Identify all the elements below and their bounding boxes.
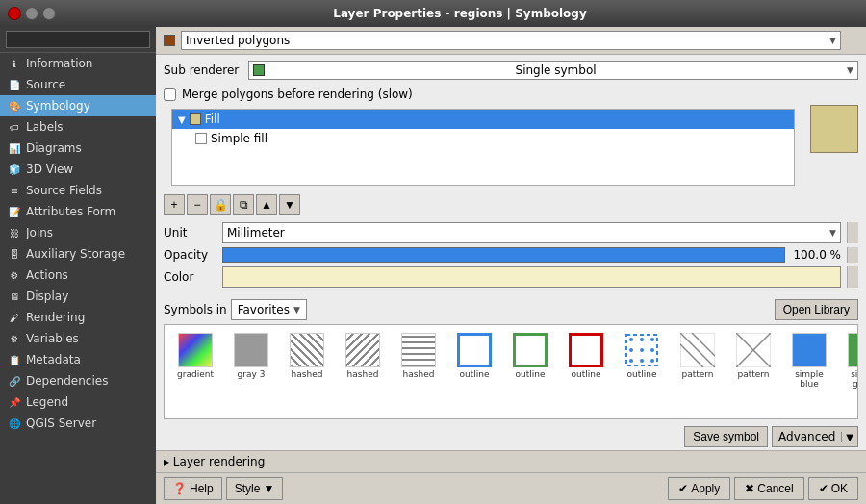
symbol-item-simple-blue[interactable]: simple blue (782, 329, 836, 391)
tree-item-fill[interactable]: ▼ Fill (172, 110, 794, 129)
symbols-label-row: Symbols in Favorites ▼ (164, 299, 307, 320)
sidebar-item-information[interactable]: ℹ Information (0, 53, 156, 74)
symbol-thumb-gradient (176, 331, 215, 369)
search-input[interactable] (6, 31, 150, 48)
sub-renderer-dropdown[interactable]: Single symbol ▼ (248, 61, 858, 80)
duplicate-layer-button[interactable]: ⧉ (233, 194, 254, 215)
sidebar-item-rendering[interactable]: 🖌 Rendering (0, 307, 156, 328)
symbol-item-gradient[interactable]: gradient (168, 329, 222, 391)
sidebar-item-source-fields[interactable]: ≡ Source Fields (0, 180, 156, 201)
symbol-item-gray3[interactable]: gray 3 (224, 329, 278, 391)
symbol-item-outline4[interactable]: outline (615, 329, 669, 391)
sidebar-item-attributes-form[interactable]: 📝 Attributes Form (0, 201, 156, 222)
open-library-button[interactable]: Open Library (775, 299, 858, 320)
move-down-button[interactable]: ▼ (279, 194, 300, 215)
symbol-item-pattern1[interactable]: pattern (671, 329, 725, 391)
simple-green-thumb (848, 333, 858, 367)
sidebar-label-legend: Legend (26, 395, 68, 409)
symbol-item-hashed3[interactable]: hashed (392, 329, 446, 391)
unit-scrollbar (847, 222, 858, 243)
symbol-name-outline1: outline (460, 369, 490, 379)
sidebar-item-3d-view[interactable]: 🧊 3D View (0, 159, 156, 180)
style-button[interactable]: Style ▼ (226, 477, 284, 500)
lock-layer-button[interactable]: 🔒 (210, 194, 231, 215)
layer-rendering-label: ▸ Layer rendering (164, 455, 265, 468)
move-up-button[interactable]: ▲ (256, 194, 277, 215)
color-row: Color (164, 266, 858, 288)
sidebar-item-variables[interactable]: ⚙ Variables (0, 328, 156, 349)
apply-checkmark-icon: ✔ (678, 482, 688, 495)
style-label: Style (235, 482, 261, 495)
svg-point-5 (640, 348, 644, 352)
sidebar-item-diagrams[interactable]: 📊 Diagrams (0, 138, 156, 159)
sub-renderer-label: Sub renderer (164, 63, 241, 77)
symbol-item-outline3[interactable]: outline (559, 329, 613, 391)
symbol-item-hashed2[interactable]: hashed (336, 329, 390, 391)
sidebar-item-display[interactable]: 🖥 Display (0, 286, 156, 307)
symbols-grid: gradient gray 3 hashed (165, 325, 858, 394)
tree-item-simple-fill[interactable]: Simple fill (172, 129, 794, 148)
symbol-item-outline1[interactable]: outline (447, 329, 501, 391)
sub-renderer-value: Single symbol (516, 63, 597, 77)
ok-button[interactable]: ✔ OK (808, 477, 858, 500)
symbol-preview (810, 105, 858, 153)
advanced-dropdown-arrow[interactable]: ▼ (841, 432, 857, 442)
rendering-icon: 🖌 (8, 311, 21, 324)
symbol-item-hashed1[interactable]: hashed (280, 329, 334, 391)
sidebar-label-attributes-form: Attributes Form (26, 205, 115, 218)
symbol-item-simple-green[interactable]: simple green (838, 329, 858, 391)
sidebar: ℹ Information 📄 Source 🎨 Symbology 🏷 Lab… (0, 27, 156, 504)
layer-rendering-row[interactable]: ▸ Layer rendering (156, 450, 866, 472)
renderer-dropdown[interactable]: Inverted polygons ▼ (181, 31, 841, 50)
opacity-slider[interactable] (222, 247, 785, 263)
sidebar-item-source[interactable]: 📄 Source (0, 74, 156, 95)
sidebar-item-metadata[interactable]: 📋 Metadata (0, 349, 156, 370)
svg-point-6 (650, 348, 654, 352)
unit-label: Unit (164, 226, 216, 239)
sidebar-item-actions[interactable]: ⚙ Actions (0, 265, 156, 286)
sidebar-label-metadata: Metadata (26, 353, 81, 366)
bottom-action-row: Save symbol Advanced ▼ (156, 423, 866, 450)
opacity-label: Opacity (164, 248, 216, 262)
symbol-item-outline2[interactable]: outline (503, 329, 557, 391)
hashed1-thumb (290, 333, 324, 367)
cancel-button[interactable]: ✖ Cancel (734, 477, 803, 500)
symbol-name-hashed3: hashed (403, 369, 435, 379)
symbol-thumb-simple-green (846, 331, 858, 369)
sidebar-label-actions: Actions (26, 268, 68, 282)
sidebar-item-auxiliary-storage[interactable]: 🗄 Auxiliary Storage (0, 243, 156, 265)
symbol-thumb-hashed2 (344, 331, 382, 369)
sidebar-label-display: Display (26, 290, 68, 303)
sidebar-item-joins[interactable]: ⛓ Joins (0, 222, 156, 243)
maximize-button[interactable] (42, 7, 56, 20)
symbol-item-pattern2[interactable]: pattern (726, 329, 780, 391)
sidebar-item-legend[interactable]: 📌 Legend (0, 391, 156, 413)
cancel-x-icon: ✖ (745, 482, 754, 495)
color-swatch[interactable] (222, 266, 841, 288)
advanced-button[interactable]: Advanced ▼ (772, 426, 858, 447)
cancel-label: Cancel (757, 482, 793, 495)
search-bar[interactable] (0, 27, 156, 53)
save-symbol-button[interactable]: Save symbol (684, 426, 768, 447)
window-title: Layer Properties - regions | Symbology (62, 7, 858, 20)
sidebar-item-labels[interactable]: 🏷 Labels (0, 116, 156, 138)
unit-dropdown[interactable]: Millimeter ▼ (222, 222, 841, 243)
symbols-group-dropdown[interactable]: Favorites ▼ (231, 299, 307, 320)
sidebar-item-qgis-server[interactable]: 🌐 QGIS Server (0, 413, 156, 434)
display-icon: 🖥 (8, 290, 21, 303)
help-label: Help (190, 482, 214, 495)
minimize-button[interactable] (25, 7, 38, 20)
advanced-label: Advanced (773, 430, 841, 443)
sidebar-item-symbology[interactable]: 🎨 Symbology (0, 95, 156, 116)
remove-layer-button[interactable]: − (187, 194, 208, 215)
apply-button[interactable]: ✔ Apply (668, 477, 730, 500)
add-layer-button[interactable]: + (164, 194, 185, 215)
help-button[interactable]: ❓ Help (164, 477, 222, 500)
unit-row: Unit Millimeter ▼ (164, 222, 858, 243)
renderer-dropdown-value: Inverted polygons (186, 34, 290, 47)
sidebar-item-dependencies[interactable]: 🔗 Dependencies (0, 370, 156, 391)
close-button[interactable] (8, 7, 21, 20)
merge-checkbox[interactable] (164, 88, 176, 101)
opacity-fill (223, 248, 784, 262)
svg-point-7 (629, 359, 633, 363)
